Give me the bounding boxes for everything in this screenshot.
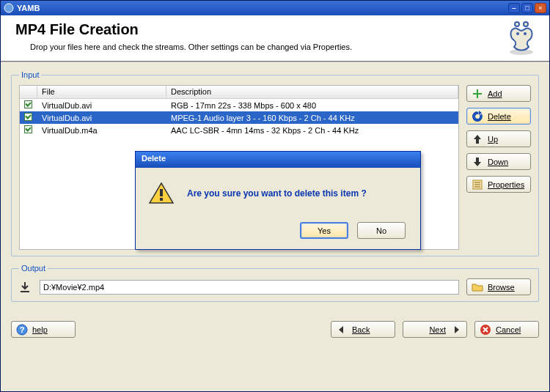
output-path-input[interactable] (40, 280, 459, 295)
row-desc: RGB - 17mn 22s - 338 Mbps - 600 x 480 (166, 100, 458, 111)
row-desc: MPEG-1 Audio layer 3 - - 160 Kbps - 2 Ch… (166, 113, 458, 123)
add-button-label: Add (488, 89, 502, 98)
row-file: VirtualDub.avi (37, 113, 166, 123)
input-legend: Input (19, 70, 41, 79)
browse-button-label: Browse (488, 283, 515, 292)
help-button-label: help (32, 325, 48, 334)
row-checkbox[interactable] (24, 125, 32, 133)
folder-icon (472, 281, 483, 293)
svg-point-0 (4, 4, 13, 12)
down-button-label: Down (488, 158, 508, 166)
next-button-label: Next (429, 325, 446, 334)
table-row[interactable]: VirtualDub.m4a AAC LC-SBR - 4mn 14ms - 3… (20, 124, 458, 136)
logo-icon (504, 21, 539, 56)
add-button[interactable]: Add (466, 85, 531, 102)
table-row[interactable]: VirtualDub.avi RGB - 17mn 22s - 338 Mbps… (20, 99, 458, 111)
warning-icon (149, 182, 174, 204)
cancel-button-label: Cancel (496, 325, 521, 334)
arrow-right-icon (450, 324, 462, 336)
browse-button[interactable]: Browse (466, 278, 531, 295)
svg-point-2 (515, 22, 519, 26)
header-panel: MP4 File Creation Drop your files here a… (1, 15, 549, 61)
no-button-label: No (376, 226, 386, 235)
svg-rect-10 (160, 189, 163, 196)
dialog-message: Are you sure you want to delete this ite… (187, 188, 367, 199)
cancel-button[interactable]: Cancel (474, 321, 539, 338)
svg-point-5 (524, 32, 527, 35)
dialog-title[interactable]: Delete (136, 152, 420, 168)
app-icon (4, 3, 14, 13)
yes-button[interactable]: Yes (300, 222, 348, 239)
page-title: MP4 File Creation (15, 21, 535, 38)
properties-icon (472, 179, 483, 191)
arrow-up-icon (472, 133, 483, 145)
maximize-button[interactable]: □ (521, 3, 533, 13)
output-legend: Output (19, 264, 48, 273)
svg-point-4 (516, 32, 519, 35)
delete-button-label: Delete (488, 112, 511, 121)
svg-text:?: ? (20, 325, 25, 334)
output-group: Output Browse (11, 264, 539, 302)
properties-button-label: Properties (488, 180, 524, 189)
down-button[interactable]: Down (466, 153, 531, 170)
row-desc: AAC LC-SBR - 4mn 14ms - 32 Kbps - 2 Ch -… (166, 125, 458, 136)
delete-button[interactable]: Delete (466, 108, 531, 125)
titlebar[interactable]: YAMB ‒ □ × (1, 1, 549, 15)
cancel-icon (480, 324, 491, 336)
no-button[interactable]: No (357, 222, 406, 239)
plus-icon (472, 88, 483, 100)
table-row[interactable]: VirtualDub.avi MPEG-1 Audio layer 3 - - … (20, 111, 458, 124)
row-checkbox[interactable] (24, 113, 32, 121)
col-desc-header[interactable]: Description (166, 86, 458, 98)
back-button[interactable]: Back (331, 321, 395, 338)
svg-point-3 (524, 22, 528, 26)
up-button[interactable]: Up (466, 130, 531, 147)
up-button-label: Up (488, 135, 498, 144)
svg-rect-11 (160, 198, 163, 201)
file-list-header: File Description (20, 86, 458, 99)
col-file-header[interactable]: File (37, 86, 166, 98)
close-button[interactable]: × (535, 3, 546, 13)
help-icon: ? (16, 324, 28, 336)
main-window: YAMB ‒ □ × MP4 File Creation Drop your f… (0, 0, 550, 392)
download-icon (19, 281, 32, 293)
page-description: Drop your files here and check the strea… (30, 42, 535, 51)
footer: ? help Back Next Cancel (1, 314, 549, 345)
window-title: YAMB (17, 4, 507, 12)
minimize-button[interactable]: ‒ (508, 3, 520, 13)
next-button[interactable]: Next (403, 321, 467, 338)
refresh-icon (472, 111, 483, 122)
delete-dialog: Delete Are you sure you want to delete t… (135, 151, 421, 250)
yes-button-label: Yes (318, 226, 331, 235)
row-file: VirtualDub.m4a (37, 125, 166, 136)
row-checkbox[interactable] (24, 100, 32, 108)
arrow-left-icon (336, 324, 348, 336)
arrow-down-icon (472, 156, 483, 168)
back-button-label: Back (352, 325, 370, 334)
properties-button[interactable]: Properties (466, 176, 531, 193)
input-buttons: Add Delete Up Down (466, 85, 531, 250)
help-button[interactable]: ? help (11, 321, 76, 338)
row-file: VirtualDub.avi (37, 100, 166, 111)
